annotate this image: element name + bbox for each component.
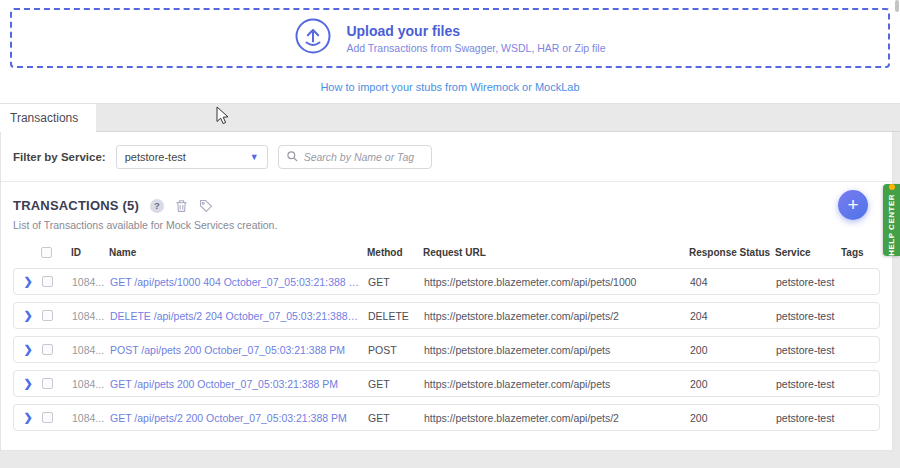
row-response-status: 200 — [690, 412, 776, 424]
column-header-tags: Tags — [841, 247, 880, 258]
row-method: POST — [368, 344, 424, 356]
table-row: ❯ 1084... GET /api/pets 200 October_07_0… — [13, 370, 880, 397]
row-response-status: 200 — [690, 378, 776, 390]
row-id: 1084... — [72, 378, 110, 390]
row-id: 1084... — [72, 310, 110, 322]
expand-row-chevron-icon[interactable]: ❯ — [14, 275, 42, 288]
column-header-method: Method — [367, 247, 423, 258]
scrollbar-thumb[interactable] — [895, 0, 899, 12]
row-response-status: 404 — [690, 276, 776, 288]
column-header-request-url: Request URL — [423, 247, 689, 258]
row-service: petstore-test — [776, 378, 842, 390]
search-box — [278, 145, 432, 169]
add-transaction-button[interactable]: + — [838, 190, 868, 220]
tag-icon[interactable] — [199, 199, 213, 213]
table-row: ❯ 1084... GET /api/pets/2 200 October_07… — [13, 404, 880, 431]
transactions-panel: Filter by Service: petstore-test ▼ TRANS… — [0, 132, 893, 451]
search-icon — [287, 148, 298, 166]
search-input[interactable] — [304, 151, 423, 163]
expand-row-chevron-icon[interactable]: ❯ — [14, 309, 42, 322]
row-method: DELETE — [368, 310, 424, 322]
row-service: petstore-test — [776, 310, 842, 322]
column-header-id: ID — [71, 247, 109, 258]
upload-dropzone[interactable]: Upload your files Add Transactions from … — [10, 8, 890, 68]
upload-title: Upload your files — [346, 23, 605, 39]
tab-transactions[interactable]: Transactions — [0, 104, 96, 132]
table-row: ❯ 1084... POST /api/pets 200 October_07_… — [13, 336, 880, 363]
row-checkbox[interactable] — [42, 344, 53, 355]
table-header: ID Name Method Request URL Response Stat… — [1, 243, 892, 268]
row-method: GET — [368, 378, 424, 390]
service-select[interactable]: petstore-test ▼ — [116, 145, 268, 169]
tab-strip: Transactions — [0, 104, 900, 132]
upload-section: Upload your files Add Transactions from … — [0, 0, 900, 104]
chevron-down-icon: ▼ — [250, 152, 259, 162]
row-request-url: https://petstore.blazemeter.com/api/pets… — [424, 310, 690, 322]
row-name-link[interactable]: GET /api/pets/1000 404 October_07_05:03:… — [110, 276, 368, 288]
row-service: petstore-test — [776, 276, 842, 288]
row-response-status: 200 — [690, 344, 776, 356]
row-name-link[interactable]: GET /api/pets 200 October_07_05:03:21:38… — [110, 378, 368, 390]
column-header-service: Service — [775, 247, 841, 258]
column-header-response-status: Response Status — [689, 247, 775, 258]
row-response-status: 204 — [690, 310, 776, 322]
row-request-url: https://petstore.blazemeter.com/api/pets — [424, 378, 690, 390]
row-service: petstore-test — [776, 412, 842, 424]
help-center-label: HELP CENTER — [887, 194, 896, 256]
transactions-description: List of Transactions available for Mock … — [1, 215, 892, 243]
row-method: GET — [368, 276, 424, 288]
expand-row-chevron-icon[interactable]: ❯ — [14, 343, 42, 356]
select-all-checkbox[interactable] — [41, 247, 52, 258]
expand-row-chevron-icon[interactable]: ❯ — [14, 411, 42, 424]
row-id: 1084... — [72, 276, 110, 288]
upload-cloud-icon — [294, 17, 332, 59]
row-name-link[interactable]: POST /api/pets 200 October_07_05:03:21:3… — [110, 344, 368, 356]
service-select-value: petstore-test — [125, 151, 186, 163]
upload-subtitle: Add Transactions from Swagger, WSDL, HAR… — [346, 42, 605, 54]
row-name-link[interactable]: GET /api/pets/2 200 October_07_05:03:21:… — [110, 412, 368, 424]
row-id: 1084... — [72, 344, 110, 356]
row-method: GET — [368, 412, 424, 424]
row-id: 1084... — [72, 412, 110, 424]
row-service: petstore-test — [776, 344, 842, 356]
notification-dot-icon — [889, 184, 895, 190]
section-header: TRANSACTIONS (5) ? — [1, 182, 892, 215]
column-header-name: Name — [109, 247, 367, 258]
import-stubs-link[interactable]: How to import your stubs from Wiremock o… — [320, 81, 579, 93]
row-name-link[interactable]: DELETE /api/pets/2 204 October_07_05:03:… — [110, 310, 368, 322]
trash-icon[interactable] — [175, 199, 188, 213]
row-request-url: https://petstore.blazemeter.com/api/pets — [424, 344, 690, 356]
expand-row-chevron-icon[interactable]: ❯ — [14, 377, 42, 390]
help-icon[interactable]: ? — [150, 199, 164, 213]
row-checkbox[interactable] — [42, 276, 53, 287]
filter-by-service-label: Filter by Service: — [13, 151, 106, 163]
row-request-url: https://petstore.blazemeter.com/api/pets… — [424, 276, 690, 288]
row-checkbox[interactable] — [42, 378, 53, 389]
help-center-tab[interactable]: HELP CENTER — [883, 184, 900, 256]
row-checkbox[interactable] — [42, 310, 53, 321]
table-row: ❯ 1084... DELETE /api/pets/2 204 October… — [13, 302, 880, 329]
table-row: ❯ 1084... GET /api/pets/1000 404 October… — [13, 268, 880, 295]
row-request-url: https://petstore.blazemeter.com/api/pets… — [424, 412, 690, 424]
filter-bar: Filter by Service: petstore-test ▼ — [1, 132, 892, 182]
transactions-heading: TRANSACTIONS (5) — [13, 198, 139, 213]
row-checkbox[interactable] — [42, 412, 53, 423]
